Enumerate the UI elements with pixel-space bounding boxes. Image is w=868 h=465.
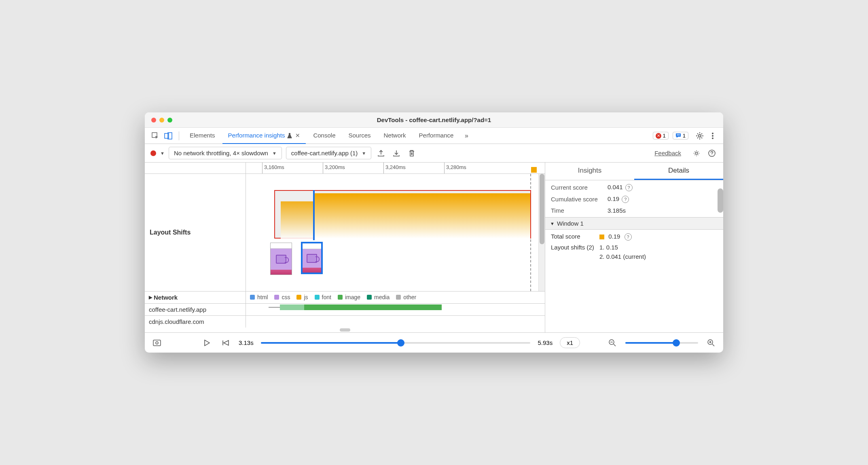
chat-icon (675, 133, 681, 139)
zoom-out-icon[interactable] (607, 337, 618, 349)
details-scrollbar[interactable] (718, 188, 723, 213)
main-content: 3,160ms 3,200ms 3,240ms 3,280ms Layout S… (145, 163, 723, 332)
details-tabs: Insights Details (545, 163, 723, 180)
insights-toolbar: ▼ No network throttling, 4× slowdown ▼ c… (145, 144, 723, 163)
tab-network[interactable]: Network (378, 128, 412, 144)
tab-console[interactable]: Console (307, 128, 341, 144)
score-indicator-icon (599, 235, 604, 239)
total-score-label: Total score (551, 233, 599, 241)
timeline-scrollbar[interactable] (538, 174, 545, 291)
tab-sources[interactable]: Sources (343, 128, 376, 144)
track-label-network[interactable]: ▶ Network (145, 292, 246, 303)
svg-point-5 (699, 135, 701, 137)
cumulative-score-value: 0.19? (608, 195, 718, 203)
help-icon[interactable] (706, 148, 718, 159)
rewind-button[interactable] (220, 337, 231, 349)
playback-end-time: 5.93s (538, 339, 553, 346)
layout-shift-entry[interactable]: 1. 0.15 (599, 244, 718, 251)
inspect-element-icon[interactable] (150, 130, 161, 142)
zoom-range[interactable] (625, 342, 698, 344)
ruler-tick: 3,160ms (262, 163, 284, 173)
tab-performance-insights[interactable]: Performance insights ✕ (222, 128, 306, 144)
collapse-triangle-icon: ▼ (550, 221, 555, 226)
svg-rect-3 (677, 134, 680, 135)
playback-start-time: 3.13s (239, 339, 254, 346)
network-host-row[interactable]: coffee-cart.netlify.app (145, 304, 246, 315)
messages-badge[interactable]: 1 (673, 132, 688, 140)
time-label: Time (551, 207, 608, 214)
play-button[interactable] (201, 337, 213, 349)
playback-speed[interactable]: x1 (560, 337, 580, 348)
export-icon[interactable] (375, 148, 387, 159)
overview-marker (531, 167, 537, 173)
preview-toggle-icon[interactable] (151, 337, 163, 349)
error-badge[interactable]: ✕ 1 (653, 132, 669, 140)
svg-point-6 (712, 133, 713, 134)
playhead[interactable] (313, 190, 315, 240)
current-score-value: 0.041? (608, 184, 718, 191)
tab-details[interactable]: Details (634, 163, 723, 180)
layout-shift-track[interactable] (246, 174, 538, 291)
tab-performance[interactable]: Performance (413, 128, 459, 144)
panel-settings-gear-icon[interactable] (691, 148, 702, 159)
help-icon[interactable]: ? (625, 184, 633, 191)
traffic-lights (151, 118, 172, 123)
record-button[interactable] (150, 150, 156, 156)
chevron-down-icon: ▼ (272, 151, 277, 156)
throttle-select[interactable]: No network throttling, 4× slowdown ▼ (169, 147, 282, 159)
window-title: DevTools - coffee-cart.netlify.app/?ad=1 (145, 116, 723, 123)
cumulative-score-label: Cumulative score (551, 196, 608, 203)
more-tabs-icon[interactable]: » (461, 130, 472, 142)
devtools-window: DevTools - coffee-cart.netlify.app/?ad=1… (145, 112, 723, 353)
svg-point-12 (156, 342, 158, 344)
close-window-button[interactable] (151, 118, 156, 123)
network-legend: html css js font image media other (250, 294, 541, 300)
feedback-link[interactable]: Feedback (654, 150, 681, 156)
layout-shifts-list-label: Layout shifts (2) (551, 244, 599, 260)
zoom-in-icon[interactable] (705, 337, 717, 349)
playback-range[interactable] (261, 342, 531, 344)
help-icon[interactable]: ? (622, 196, 629, 203)
error-icon: ✕ (656, 133, 661, 139)
layout-shift-thumb-selected[interactable] (301, 242, 323, 274)
expand-triangle-icon: ▶ (149, 295, 152, 300)
devtools-tabs: Elements Performance insights ✕ Console … (145, 128, 723, 144)
layout-shift-entry[interactable]: 2. 0.041 (current) (599, 253, 718, 260)
timeline-panel: 3,160ms 3,200ms 3,240ms 3,280ms Layout S… (145, 163, 545, 332)
ruler-tick: 3,200ms (323, 163, 345, 173)
delete-icon[interactable] (406, 148, 417, 159)
close-tab-button[interactable]: ✕ (295, 132, 300, 139)
details-panel: › Insights Details Current score 0.041? … (545, 163, 723, 332)
current-score-label: Current score (551, 184, 608, 191)
help-icon[interactable]: ? (625, 233, 632, 241)
recording-select[interactable]: coffee-cart.netlify.app (1) ▼ (286, 147, 371, 159)
record-menu-chevron-icon[interactable]: ▼ (160, 151, 165, 156)
svg-rect-4 (677, 135, 680, 135)
time-value: 3.185s (608, 207, 718, 214)
maximize-window-button[interactable] (167, 118, 172, 123)
track-label-layout-shifts: Layout Shifts (145, 174, 246, 291)
window-titlebar: DevTools - coffee-cart.netlify.app/?ad=1 (145, 112, 723, 128)
device-toolbar-icon[interactable] (163, 130, 174, 142)
tab-insights[interactable]: Insights (545, 163, 634, 180)
horizontal-scroll-indicator[interactable] (145, 328, 545, 332)
divider (179, 131, 179, 140)
ruler-ticks: 3,160ms 3,200ms 3,240ms 3,280ms (246, 163, 538, 173)
network-host-row[interactable]: cdnjs.cloudflare.com (145, 316, 246, 328)
tab-elements[interactable]: Elements (184, 128, 221, 144)
settings-gear-icon[interactable] (694, 130, 705, 142)
svg-point-9 (695, 152, 697, 154)
total-score-value: 0.19 ? (599, 233, 718, 241)
svg-point-8 (712, 137, 713, 139)
window1-section-header[interactable]: ▼ Window 1 (545, 217, 723, 230)
kebab-menu-icon[interactable] (707, 130, 718, 142)
import-icon[interactable] (391, 148, 402, 159)
minimize-window-button[interactable] (159, 118, 164, 123)
playback-bar: 3.13s 5.93s x1 (145, 332, 723, 353)
ruler-tick: 3,240ms (383, 163, 406, 173)
svg-point-7 (712, 135, 713, 137)
timeline-ruler[interactable]: 3,160ms 3,200ms 3,240ms 3,280ms (145, 163, 545, 174)
layout-shift-thumb[interactable] (270, 243, 292, 275)
svg-rect-11 (153, 340, 161, 346)
chevron-down-icon: ▼ (362, 151, 366, 156)
